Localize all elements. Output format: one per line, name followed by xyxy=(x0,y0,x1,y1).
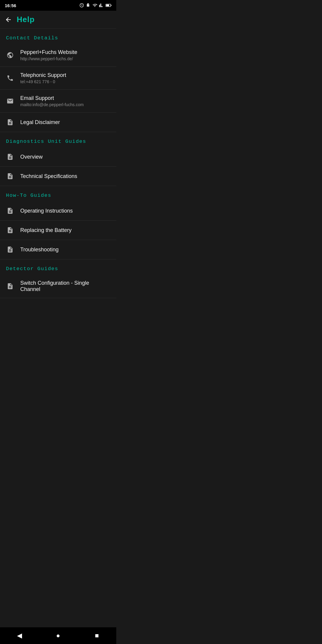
item-title-email: Email Support xyxy=(20,95,84,101)
item-title-phone: Telephonic Support xyxy=(20,72,66,78)
item-text-website: Pepperl+Fuchs Websitehttp://www.pepperl-… xyxy=(20,49,77,61)
document-icon xyxy=(6,172,14,180)
list-item-troubleshooting[interactable]: Troubleshooting xyxy=(0,240,116,259)
email-icon xyxy=(6,97,14,105)
ghost-icon xyxy=(86,3,91,8)
back-button[interactable] xyxy=(5,16,12,23)
section-header-contact-details: Contact Details xyxy=(0,29,116,44)
document-icon xyxy=(6,282,14,290)
status-bar: 16:56 xyxy=(0,0,116,11)
wifi-icon xyxy=(92,3,97,8)
list-item-website[interactable]: Pepperl+Fuchs Websitehttp://www.pepperl-… xyxy=(0,44,116,67)
globe-icon xyxy=(6,51,14,59)
item-title-overview: Overview xyxy=(20,154,43,160)
section-header-how-to-guides: How-To Guides xyxy=(0,186,116,201)
list-item-switch-config-single[interactable]: Switch Configuration - Single Channel xyxy=(0,275,116,298)
list-item-email[interactable]: Email Supportmailto:info@de.pepperl-fuch… xyxy=(0,90,116,113)
nav-recent-button[interactable]: ■ xyxy=(88,630,106,641)
item-title-technical-specs: Technical Specifications xyxy=(20,173,77,179)
item-text-technical-specs: Technical Specifications xyxy=(20,173,77,179)
item-text-switch-config-single: Switch Configuration - Single Channel xyxy=(20,280,110,292)
section-header-detector-guides: Detector Guides xyxy=(0,259,116,275)
list-item-phone[interactable]: Telephonic Supporttel:+49 621 776 - 0 xyxy=(0,67,116,90)
status-time: 16:56 xyxy=(5,3,16,8)
document-icon xyxy=(6,226,14,234)
section-header-diagnostics-unit-guides: Diagnostics Unit Guides xyxy=(0,132,116,147)
item-title-troubleshooting: Troubleshooting xyxy=(20,247,58,253)
document-icon xyxy=(6,118,14,126)
list-item-operating-instructions[interactable]: Operating Instructions xyxy=(0,201,116,221)
list-item-legal[interactable]: Legal Disclaimer xyxy=(0,113,116,132)
content-area: Contact DetailsPepperl+Fuchs Websitehttp… xyxy=(0,29,116,644)
item-text-operating-instructions: Operating Instructions xyxy=(20,208,73,214)
phone-icon xyxy=(6,74,14,82)
nav-back-button[interactable]: ◀ xyxy=(10,630,28,641)
nav-home-button[interactable]: ● xyxy=(49,630,67,641)
item-title-replacing-battery: Replacing the Battery xyxy=(20,227,72,233)
page-title: Help xyxy=(17,15,35,24)
list-item-replacing-battery[interactable]: Replacing the Battery xyxy=(0,221,116,240)
item-title-switch-config-single: Switch Configuration - Single Channel xyxy=(20,280,110,292)
alarm-icon xyxy=(79,3,84,8)
document-icon xyxy=(6,207,14,215)
item-subtitle-website: http://www.pepperl-fuchs.de/ xyxy=(20,56,77,61)
svg-rect-2 xyxy=(111,5,112,6)
signal-icon xyxy=(99,3,104,8)
item-text-legal: Legal Disclaimer xyxy=(20,119,60,126)
item-text-phone: Telephonic Supporttel:+49 621 776 - 0 xyxy=(20,72,66,84)
top-bar: Help xyxy=(0,11,116,29)
item-title-legal: Legal Disclaimer xyxy=(20,119,60,126)
item-subtitle-email: mailto:info@de.pepperl-fuchs.com xyxy=(20,102,84,107)
item-title-operating-instructions: Operating Instructions xyxy=(20,208,73,214)
status-icons xyxy=(79,3,112,8)
item-subtitle-phone: tel:+49 621 776 - 0 xyxy=(20,79,66,84)
item-text-troubleshooting: Troubleshooting xyxy=(20,247,58,253)
battery-icon xyxy=(106,4,112,7)
item-text-replacing-battery: Replacing the Battery xyxy=(20,227,72,233)
item-title-website: Pepperl+Fuchs Website xyxy=(20,49,77,55)
document-icon xyxy=(6,245,14,254)
document-icon xyxy=(6,153,14,161)
list-item-overview[interactable]: Overview xyxy=(0,147,116,167)
bottom-nav: ◀ ● ■ xyxy=(0,627,116,644)
item-text-overview: Overview xyxy=(20,154,43,160)
item-text-email: Email Supportmailto:info@de.pepperl-fuch… xyxy=(20,95,84,107)
list-item-technical-specs[interactable]: Technical Specifications xyxy=(0,167,116,186)
svg-rect-1 xyxy=(106,4,109,6)
